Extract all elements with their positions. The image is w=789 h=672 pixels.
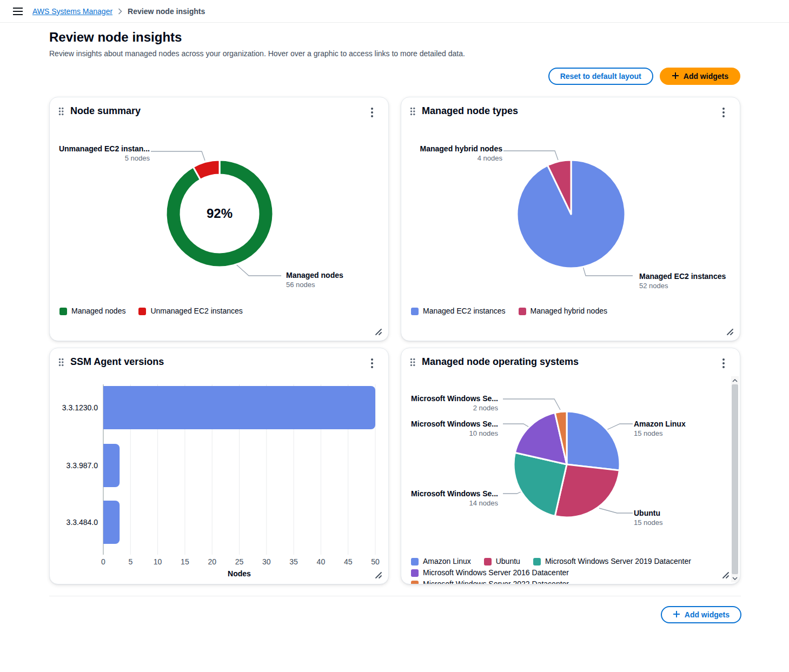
callout-managed-nodes: Managed nodes 56 nodes [286, 270, 343, 290]
svg-text:3.3.1230.0: 3.3.1230.0 [62, 403, 98, 412]
callout-unmanaged-ec2: Unmanaged EC2 instan... 5 nodes [59, 144, 150, 163]
review-node-insights-page: AWS Systems Manager Review node insights… [0, 0, 789, 672]
breadcrumb-link-systems-manager[interactable]: AWS Systems Manager [32, 7, 112, 16]
top-navigation-bar: AWS Systems Manager Review node insights [0, 0, 789, 23]
svg-text:30: 30 [262, 557, 271, 566]
chart-legend: Amazon Linux Ubuntu Microsoft Windows Se… [411, 556, 725, 584]
callout-ec2-instances: Managed EC2 instances 52 nodes [639, 271, 726, 291]
breadcrumb-chevron-icon [118, 8, 122, 15]
donut-center-value: 92% [207, 206, 233, 221]
chart-legend: Managed nodes Unmanaged EC2 instances [59, 306, 243, 316]
callout-windows-2022: Microsoft Windows Se... 2 nodes [411, 394, 498, 413]
legend-item-windows-2016[interactable]: Microsoft Windows Server 2016 Datacenter [411, 568, 569, 578]
reset-layout-button[interactable]: Reset to default layout [548, 68, 653, 85]
plus-icon [672, 72, 679, 81]
add-widgets-button[interactable]: Add widgets [660, 68, 740, 85]
legend-item-unmanaged-ec2[interactable]: Unmanaged EC2 instances [138, 306, 242, 316]
widget-scrollbar[interactable] [731, 376, 739, 582]
svg-text:Nodes: Nodes [228, 569, 251, 578]
legend-item-windows-2019[interactable]: Microsoft Windows Server 2019 Datacenter [533, 556, 691, 567]
legend-item-hybrid[interactable]: Managed hybrid nodes [519, 306, 607, 316]
managed-node-os-pie-chart[interactable] [401, 348, 740, 584]
svg-text:5: 5 [128, 557, 132, 566]
svg-text:3.3.484.0: 3.3.484.0 [67, 518, 98, 527]
callout-amazon-linux: Amazon Linux 15 nodes [634, 419, 686, 438]
callout-hybrid-nodes: Managed hybrid nodes 4 nodes [420, 144, 502, 163]
resize-handle-icon[interactable] [726, 328, 734, 336]
plus-icon [673, 610, 680, 620]
resize-handle-icon[interactable] [721, 571, 730, 580]
widget-node-summary: Node summary 92% Unmanaged EC2 instan...… [49, 97, 389, 341]
footer-divider [49, 596, 741, 596]
callout-windows-2016: Microsoft Windows Se... 10 nodes [411, 419, 498, 438]
managed-node-types-pie-chart[interactable] [401, 97, 740, 341]
page-title: Review node insights [49, 30, 182, 45]
legend-item-managed-nodes[interactable]: Managed nodes [59, 306, 125, 316]
widget-managed-node-operating-systems: Managed node operating systems Microsoft… [401, 348, 740, 584]
svg-text:15: 15 [181, 557, 189, 566]
callout-windows-2019: Microsoft Windows Se... 14 nodes [411, 489, 498, 508]
ssm-agent-versions-bar-chart[interactable]: 051015202530354045503.3.1230.03.3.987.03… [50, 348, 389, 584]
svg-text:25: 25 [235, 557, 244, 566]
svg-text:3.3.987.0: 3.3.987.0 [67, 461, 98, 470]
resize-handle-icon[interactable] [374, 571, 383, 580]
legend-item-amazon-linux[interactable]: Amazon Linux [411, 556, 471, 567]
scrollbar-thumb[interactable] [732, 384, 738, 574]
scrollbar-up-icon[interactable] [731, 376, 739, 384]
svg-text:40: 40 [317, 557, 326, 566]
callout-ubuntu: Ubuntu 15 nodes [634, 508, 663, 528]
hamburger-menu-icon[interactable] [13, 8, 23, 15]
widget-ssm-agent-versions: SSM Agent versions 051015202530354045503… [49, 348, 389, 584]
widget-managed-node-types: Managed node types Managed hybrid nodes … [401, 97, 740, 341]
svg-text:50: 50 [371, 557, 380, 566]
legend-item-windows-2022[interactable]: Microsoft Windows Server 2022 Datacenter [411, 579, 569, 584]
breadcrumb-current: Review node insights [128, 7, 205, 16]
header-actions: Reset to default layout Add widgets [548, 68, 740, 85]
svg-text:0: 0 [101, 557, 105, 566]
add-widgets-bottom-button[interactable]: Add widgets [661, 606, 741, 623]
svg-text:20: 20 [208, 557, 216, 566]
svg-text:45: 45 [344, 557, 353, 566]
chart-legend: Managed EC2 instances Managed hybrid nod… [411, 306, 607, 316]
scrollbar-down-icon[interactable] [731, 574, 739, 582]
legend-item-ubuntu[interactable]: Ubuntu [484, 556, 520, 567]
svg-text:35: 35 [289, 557, 298, 566]
resize-handle-icon[interactable] [374, 328, 383, 336]
svg-text:10: 10 [154, 557, 162, 566]
legend-item-managed-ec2[interactable]: Managed EC2 instances [411, 306, 506, 316]
page-description: Review insights about managed nodes acro… [49, 49, 465, 58]
